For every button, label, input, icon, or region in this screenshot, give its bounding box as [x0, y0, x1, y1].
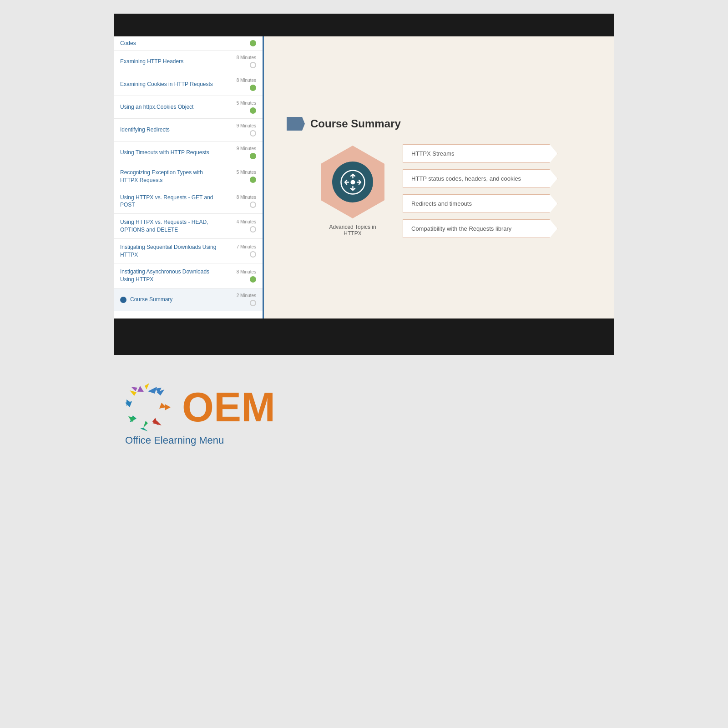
sidebar-item-left-identifying-redirects: Identifying Redirects	[120, 126, 222, 134]
sidebar-label-async-downloads: Instigating Asynchronous Downloads Using…	[120, 268, 222, 283]
sidebar-item-using-httpx-head[interactable]: Using HTTPX vs. Requests - HEAD, OPTIONS…	[114, 214, 263, 239]
sidebar-item-right-examining-http-headers: 8 Minutes	[222, 55, 256, 68]
sidebar-item-using-httpx-get-post[interactable]: Using HTTPX vs. Requests - GET and POST8…	[114, 189, 263, 214]
summary-items: HTTPX StreamsHTTP status codes, headers,…	[403, 144, 557, 238]
svg-marker-8	[131, 387, 137, 391]
sidebar-label-using-httpx-head: Using HTTPX vs. Requests - HEAD, OPTIONS…	[120, 218, 222, 234]
sidebar-item-right-async-downloads: 8 Minutes	[222, 269, 256, 283]
sidebar-item-using-timeouts[interactable]: Using Timeouts with HTTP Requests9 Minut…	[114, 142, 263, 164]
status-dot-codes	[250, 40, 256, 46]
sidebar-label-course-summary: Course Summary	[130, 296, 172, 303]
sidebar-item-right-using-httpx-head: 4 Minutes	[222, 219, 256, 233]
sidebar-label-using-httpx-get-post: Using HTTPX vs. Requests - GET and POST	[120, 194, 222, 209]
duration-async-downloads: 8 Minutes	[237, 269, 256, 274]
oem-brand-name: OEM	[182, 387, 275, 428]
sidebar-item-right-using-httpx-get-post: 8 Minutes	[222, 195, 256, 208]
hexagon	[321, 146, 384, 218]
sidebar-label-recognizing-exceptions: Recognizing Exception Types with HTTPX R…	[120, 169, 222, 184]
sidebar-label-examining-http-headers: Examining HTTP Headers	[120, 58, 183, 66]
header-accent-shape	[287, 117, 305, 131]
duration-examining-http-headers: 8 Minutes	[237, 55, 256, 60]
sidebar-label-identifying-redirects: Identifying Redirects	[120, 126, 170, 134]
duration-examining-cookies: 8 Minutes	[237, 78, 256, 83]
summary-item-item2: HTTP status codes, headers, and cookies	[403, 169, 557, 188]
sidebar-label-using-timeouts: Using Timeouts with HTTP Requests	[120, 149, 209, 157]
duration-using-httpx-cookies: 5 Minutes	[237, 101, 256, 106]
oem-subtitle: Office Elearning Menu	[125, 435, 224, 446]
sidebar-item-right-sequential-downloads: 7 Minutes	[222, 244, 256, 258]
sidebar-label-sequential-downloads: Instigating Sequential Downloads Using H…	[120, 243, 222, 259]
svg-point-1	[350, 180, 355, 184]
sidebar-item-examining-cookies[interactable]: Examining Cookies in HTTP Requests8 Minu…	[114, 73, 263, 96]
logo-row: OEM	[123, 382, 275, 432]
content-layout: Advanced Topics in HTTPX HTTPX StreamsHT…	[278, 144, 601, 238]
sidebar-item-right-using-timeouts: 9 Minutes	[222, 146, 256, 159]
status-dot-async-downloads	[250, 276, 256, 283]
sidebar-item-left-examining-cookies: Examining Cookies in HTTP Requests	[120, 81, 222, 88]
svg-marker-3	[165, 404, 171, 410]
status-dot-using-httpx-cookies	[250, 107, 256, 114]
logo-section: OEM Office Elearning Menu	[114, 382, 614, 446]
status-dot-using-timeouts	[250, 153, 256, 159]
status-dot-course-summary	[250, 300, 256, 306]
sidebar-label-using-httpx-cookies: Using an httpx.Cookies Object	[120, 103, 193, 111]
status-dot-using-httpx-get-post	[250, 202, 256, 208]
course-content-area: Course Summary	[264, 36, 614, 318]
summary-item-item4: Compatibility with the Requests library	[403, 219, 557, 238]
sidebar-label-examining-cookies: Examining Cookies in HTTP Requests	[120, 81, 213, 88]
hex-label: Advanced Topics in HTTPX	[329, 224, 376, 237]
hex-container: Advanced Topics in HTTPX	[321, 146, 384, 237]
sidebar-item-recognizing-exceptions[interactable]: Recognizing Exception Types with HTTPX R…	[114, 164, 263, 189]
status-dot-recognizing-exceptions	[250, 177, 256, 183]
duration-using-timeouts: 9 Minutes	[237, 146, 256, 151]
duration-identifying-redirects: 9 Minutes	[237, 123, 256, 128]
status-dot-sequential-downloads	[250, 251, 256, 258]
sidebar-item-right-examining-cookies: 8 Minutes	[222, 78, 256, 91]
sidebar-item-left-sequential-downloads: Instigating Sequential Downloads Using H…	[120, 243, 222, 259]
sidebar-item-codes[interactable]: Codes	[114, 36, 263, 51]
sidebar-item-right-identifying-redirects: 9 Minutes	[222, 123, 256, 136]
duration-recognizing-exceptions: 5 Minutes	[237, 170, 256, 175]
status-dot-identifying-redirects	[250, 130, 256, 136]
sidebar-item-left-examining-http-headers: Examining HTTP Headers	[120, 58, 222, 66]
summary-item-item3: Redirects and timeouts	[403, 194, 557, 213]
sidebar-item-course-summary[interactable]: Course Summary2 Minutes	[114, 288, 263, 311]
sidebar-item-sequential-downloads[interactable]: Instigating Sequential Downloads Using H…	[114, 239, 263, 264]
course-summary-header: Course Summary	[287, 117, 401, 131]
sidebar-item-using-httpx-cookies[interactable]: Using an httpx.Cookies Object5 Minutes	[114, 96, 263, 119]
sidebar-item-left-using-httpx-head: Using HTTPX vs. Requests - HEAD, OPTIONS…	[120, 218, 222, 234]
nav-arrows-icon	[340, 170, 365, 195]
sidebar-list: Examining HTTP Headers8 MinutesExamining…	[114, 51, 263, 311]
oem-arrows-icon	[123, 382, 173, 432]
sidebar-item-left-course-summary: Course Summary	[120, 296, 222, 303]
sidebar-item-examining-http-headers[interactable]: Examining HTTP Headers8 Minutes	[114, 51, 263, 73]
course-player: Codes Examining HTTP Headers8 MinutesExa…	[114, 36, 614, 318]
svg-marker-9	[145, 383, 149, 389]
main-content: Codes Examining HTTP Headers8 MinutesExa…	[114, 14, 614, 355]
top-bar	[114, 14, 614, 36]
sidebar-item-left-recognizing-exceptions: Recognizing Exception Types with HTTPX R…	[120, 169, 222, 184]
current-bullet-course-summary	[120, 297, 126, 303]
hex-inner-circle	[332, 162, 373, 202]
sidebar-item-identifying-redirects[interactable]: Identifying Redirects9 Minutes	[114, 119, 263, 142]
sidebar-item-codes-label: Codes	[120, 40, 136, 46]
status-dot-using-httpx-head	[250, 226, 256, 233]
duration-sequential-downloads: 7 Minutes	[237, 244, 256, 249]
summary-item-item1: HTTPX Streams	[403, 144, 557, 163]
sidebar-item-right-using-httpx-cookies: 5 Minutes	[222, 101, 256, 114]
bottom-bar	[114, 318, 614, 355]
sidebar-item-right-course-summary: 2 Minutes	[222, 293, 256, 306]
duration-using-httpx-head: 4 Minutes	[237, 219, 256, 224]
page-wrapper: Codes Examining HTTP Headers8 MinutesExa…	[0, 0, 728, 728]
sidebar-item-left-using-httpx-cookies: Using an httpx.Cookies Object	[120, 103, 222, 111]
duration-using-httpx-get-post: 8 Minutes	[237, 195, 256, 200]
sidebar-item-left-using-timeouts: Using Timeouts with HTTP Requests	[120, 149, 222, 157]
sidebar-item-right-recognizing-exceptions: 5 Minutes	[222, 170, 256, 183]
status-dot-examining-cookies	[250, 85, 256, 91]
course-summary-title: Course Summary	[310, 117, 401, 130]
svg-marker-5	[140, 428, 148, 431]
sidebar-item-async-downloads[interactable]: Instigating Asynchronous Downloads Using…	[114, 263, 263, 288]
status-dot-examining-http-headers	[250, 62, 256, 68]
sidebar: Codes Examining HTTP Headers8 MinutesExa…	[114, 36, 264, 318]
sidebar-item-left-using-httpx-get-post: Using HTTPX vs. Requests - GET and POST	[120, 194, 222, 209]
